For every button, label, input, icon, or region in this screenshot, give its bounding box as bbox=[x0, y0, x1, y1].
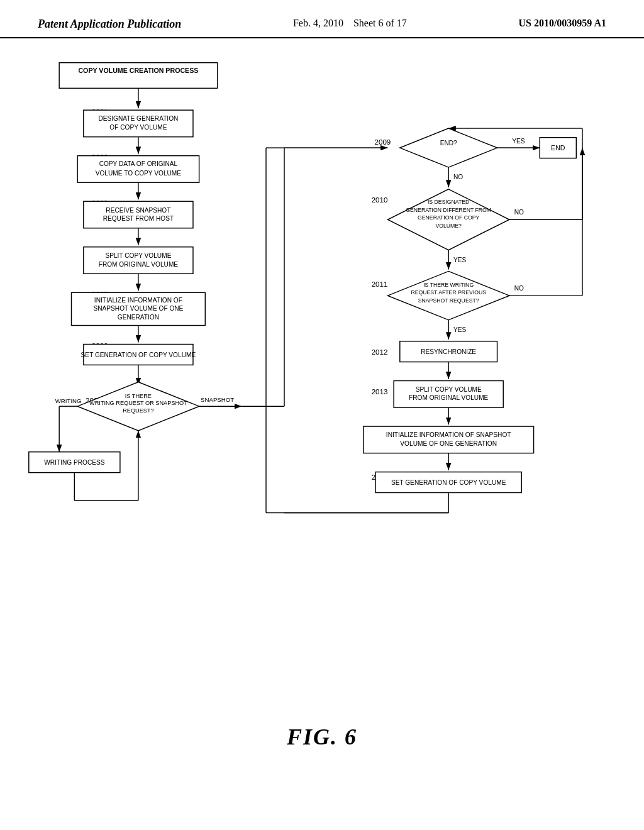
svg-marker-53 bbox=[400, 128, 497, 167]
svg-text:RESYNCHRONIZE: RESYNCHRONIZE bbox=[421, 348, 476, 355]
svg-text:WRITING REQUEST OR SNAPSHOT: WRITING REQUEST OR SNAPSHOT bbox=[89, 400, 187, 406]
date: Feb. 4, 2010 bbox=[293, 18, 343, 28]
svg-text:INITIALIZE INFORMATION OF: INITIALIZE INFORMATION OF bbox=[94, 297, 182, 304]
svg-text:END?: END? bbox=[440, 140, 457, 147]
svg-text:SPLIT COPY VOLUME: SPLIT COPY VOLUME bbox=[416, 386, 482, 393]
patent-number: US 2010/0030959 A1 bbox=[518, 18, 606, 29]
svg-text:VOLUME TO COPY VOLUME: VOLUME TO COPY VOLUME bbox=[96, 170, 182, 177]
svg-text:OF COPY VOLUME: OF COPY VOLUME bbox=[109, 124, 167, 131]
svg-text:GENERATION OF COPY: GENERATION OF COPY bbox=[418, 214, 480, 221]
svg-text:SET GENERATION OF COPY VOLUME: SET GENERATION OF COPY VOLUME bbox=[391, 479, 506, 486]
svg-text:2013: 2013 bbox=[372, 387, 388, 396]
svg-text:YES: YES bbox=[453, 326, 467, 333]
publication-label: Patent Application Publication bbox=[38, 18, 181, 31]
svg-text:WRITING: WRITING bbox=[55, 397, 82, 404]
svg-text:YES: YES bbox=[512, 138, 525, 145]
svg-text:2009: 2009 bbox=[374, 138, 391, 146]
svg-text:NO: NO bbox=[514, 285, 524, 292]
svg-text:WRITING PROCESS: WRITING PROCESS bbox=[44, 459, 105, 466]
svg-text:END: END bbox=[551, 144, 565, 152]
svg-text:SNAPSHOT VOLUME OF ONE: SNAPSHOT VOLUME OF ONE bbox=[93, 305, 183, 312]
sheet: Sheet 6 of 17 bbox=[353, 18, 407, 28]
date-sheet: Feb. 4, 2010 Sheet 6 of 17 bbox=[293, 18, 407, 29]
svg-text:2012: 2012 bbox=[372, 348, 388, 356]
svg-text:IS DESIGNATED: IS DESIGNATED bbox=[428, 199, 469, 205]
svg-text:YES: YES bbox=[453, 257, 467, 263]
svg-text:SNAPSHOT REQUEST?: SNAPSHOT REQUEST? bbox=[418, 297, 479, 304]
svg-text:FROM ORIGINAL VOLUME: FROM ORIGINAL VOLUME bbox=[409, 394, 489, 401]
svg-text:SPLIT  COPY  VOLUME: SPLIT COPY VOLUME bbox=[105, 252, 171, 259]
svg-text:NO: NO bbox=[453, 174, 463, 180]
svg-text:COPY VOLUME CREATION PROCESS: COPY VOLUME CREATION PROCESS bbox=[78, 67, 198, 74]
svg-text:NO: NO bbox=[514, 209, 524, 216]
figure-label: FIG. 6 bbox=[287, 724, 357, 750]
svg-text:SNAPSHOT: SNAPSHOT bbox=[201, 396, 234, 403]
flowchart-svg: COPY VOLUME CREATION PROCESS 2001 DESIGN… bbox=[0, 38, 644, 780]
svg-text:GENERATION DIFFERENT FROM: GENERATION DIFFERENT FROM bbox=[406, 207, 491, 213]
svg-text:DESIGNATE GENERATION: DESIGNATE GENERATION bbox=[98, 115, 178, 122]
svg-text:INITIALIZE INFORMATION OF SNAP: INITIALIZE INFORMATION OF SNAPSHOT bbox=[386, 431, 511, 438]
svg-text:VOLUME?: VOLUME? bbox=[435, 223, 462, 229]
svg-text:FROM ORIGINAL VOLUME: FROM ORIGINAL VOLUME bbox=[99, 261, 179, 268]
svg-text:REQUEST FROM HOST: REQUEST FROM HOST bbox=[103, 215, 174, 222]
svg-text:RECEIVE SNAPSHOT: RECEIVE SNAPSHOT bbox=[106, 207, 170, 214]
svg-text:VOLUME OF ONE GENERATION: VOLUME OF ONE GENERATION bbox=[400, 440, 497, 447]
svg-text:2011: 2011 bbox=[372, 280, 388, 288]
diagram-area: COPY VOLUME CREATION PROCESS 2001 DESIGN… bbox=[0, 38, 644, 780]
svg-text:REQUEST?: REQUEST? bbox=[123, 407, 153, 414]
svg-text:IS THERE WRITING: IS THERE WRITING bbox=[423, 282, 474, 288]
page-header: Patent Application Publication Feb. 4, 2… bbox=[0, 0, 644, 38]
svg-text:COPY DATA OF ORIGINAL: COPY DATA OF ORIGINAL bbox=[99, 160, 178, 167]
svg-text:SET GENERATION OF COPY VOLUME: SET GENERATION OF COPY VOLUME bbox=[81, 351, 196, 358]
svg-text:GENERATION: GENERATION bbox=[118, 314, 159, 321]
svg-text:2010: 2010 bbox=[372, 196, 388, 204]
svg-text:REQUEST AFTER PREVIOUS: REQUEST AFTER PREVIOUS bbox=[411, 289, 486, 296]
svg-text:IS THERE: IS THERE bbox=[125, 393, 152, 399]
